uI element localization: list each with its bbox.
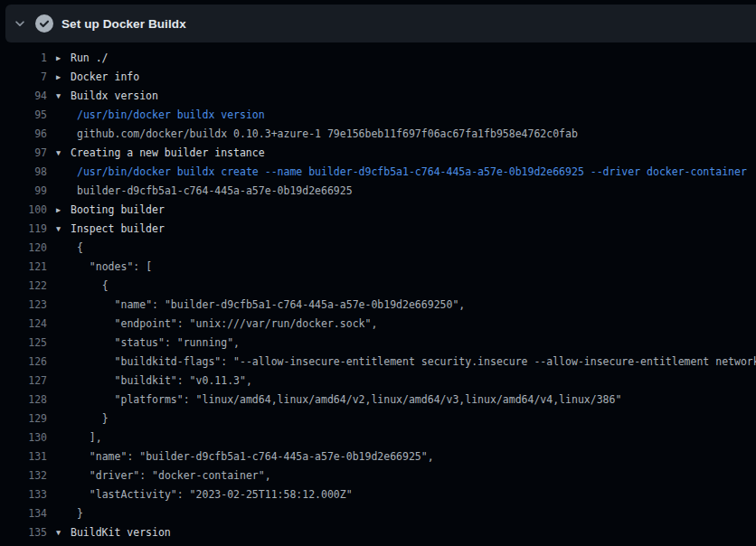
arrow-spacer <box>56 447 71 466</box>
arrow-spacer <box>56 504 71 523</box>
log-row: 131 "name": "builder-d9cfb5a1-c764-445a-… <box>0 447 756 466</box>
log-line-number[interactable]: 133 <box>0 485 47 504</box>
log-line-number[interactable]: 132 <box>0 466 47 485</box>
log-line-number[interactable]: 95 <box>0 106 47 125</box>
log-row: 121 "nodes": [ <box>0 258 756 277</box>
log-row: 125 "status": "running", <box>0 334 756 353</box>
log-line-number[interactable]: 98 <box>0 163 47 182</box>
log-line-number[interactable]: 127 <box>0 372 47 391</box>
group-expanded-icon[interactable]: ▼ <box>56 144 71 163</box>
log-row: 126 "buildkitd-flags": "--allow-insecure… <box>0 353 756 372</box>
log-line-number[interactable]: 7 <box>0 68 47 87</box>
log-row: 128 "platforms": "linux/amd64,linux/amd6… <box>0 391 756 410</box>
log-line-text: } <box>71 504 756 523</box>
group-collapsed-icon[interactable]: ▶ <box>56 68 71 87</box>
log-line-number[interactable]: 97 <box>0 144 47 163</box>
arrow-spacer <box>56 372 71 391</box>
arrow-spacer <box>56 315 71 334</box>
log-row: 122 { <box>0 277 756 296</box>
log-line-number[interactable]: 100 <box>0 201 47 220</box>
log-line-number[interactable]: 129 <box>0 410 47 428</box>
group-expanded-icon[interactable]: ▼ <box>56 523 71 542</box>
log-line-number[interactable]: 99 <box>0 182 47 201</box>
arrow-spacer <box>56 410 71 428</box>
log-group-row[interactable]: 135▼BuildKit version <box>0 523 756 542</box>
log-row: 127 "buildkit": "v0.11.3", <box>0 372 756 391</box>
arrow-spacer <box>56 334 71 353</box>
log-line-text: Inspect builder <box>71 220 756 239</box>
log-group-row[interactable]: 119▼Inspect builder <box>0 220 756 239</box>
step-title: Set up Docker Buildx <box>61 17 186 31</box>
log-row: 124 "endpoint": "unix:///var/run/docker.… <box>0 315 756 334</box>
log-line-text: "endpoint": "unix:///var/run/docker.sock… <box>71 315 756 334</box>
log-row: 99builder-d9cfb5a1-c764-445a-a57e-0b19d2… <box>0 182 756 201</box>
log-line-number[interactable]: 124 <box>0 315 47 334</box>
log-line-number[interactable]: 126 <box>0 353 47 372</box>
arrow-spacer <box>56 296 71 315</box>
log-row: 120{ <box>0 239 756 258</box>
log-line-number[interactable]: 121 <box>0 258 47 277</box>
log-row: 123 "name": "builder-d9cfb5a1-c764-445a-… <box>0 296 756 315</box>
log-line-number[interactable]: 122 <box>0 277 47 296</box>
log-line-text: Run ./ <box>71 49 756 68</box>
log-lines: 1▶Run ./7▶Docker info94▼Buildx version95… <box>0 42 756 546</box>
log-line-text: "name": "builder-d9cfb5a1-c764-445a-a57e… <box>71 447 756 466</box>
log-line-number[interactable]: 120 <box>0 239 47 258</box>
group-expanded-icon[interactable]: ▼ <box>56 220 71 239</box>
arrow-spacer <box>56 182 71 201</box>
log-line-text: Booting builder <box>71 201 756 220</box>
log-line-number[interactable]: 131 <box>0 447 47 466</box>
log-line-text: /usr/bin/docker buildx version <box>71 106 756 125</box>
arrow-spacer <box>56 353 71 372</box>
log-line-number[interactable]: 94 <box>0 87 47 106</box>
group-expanded-icon[interactable]: ▼ <box>56 87 71 106</box>
arrow-spacer <box>56 125 71 144</box>
group-collapsed-icon[interactable]: ▶ <box>56 201 71 220</box>
log-line-text: "platforms": "linux/amd64,linux/amd64/v2… <box>71 391 756 410</box>
log-row: 129 } <box>0 410 756 428</box>
log-line-number[interactable]: 125 <box>0 334 47 353</box>
arrow-spacer <box>56 428 71 447</box>
arrow-spacer <box>56 485 71 504</box>
log-line-number[interactable]: 136 <box>0 542 47 546</box>
log-line-number[interactable]: 1 <box>0 49 47 68</box>
log-group-row[interactable]: 100▶Booting builder <box>0 201 756 220</box>
log-line-number[interactable]: 135 <box>0 523 47 542</box>
log-group-row[interactable]: 1▶Run ./ <box>0 49 756 68</box>
log-line-text: github.com/docker/buildx 0.10.3+azure-1 … <box>71 125 756 144</box>
log-line-number[interactable]: 96 <box>0 125 47 144</box>
arrow-spacer <box>56 239 71 258</box>
log-line-text: ], <box>71 428 756 447</box>
log-line-text: "driver": "docker-container", <box>71 466 756 485</box>
log-row: 132 "driver": "docker-container", <box>0 466 756 485</box>
log-line-text: } <box>71 410 756 428</box>
log-group-row[interactable]: 94▼Buildx version <box>0 87 756 106</box>
log-line-number[interactable]: 134 <box>0 504 47 523</box>
step-header[interactable]: Set up Docker Buildx <box>5 5 756 42</box>
log-line-text: BuildKit version <box>71 523 756 542</box>
log-line-text: /usr/bin/docker buildx create --name bui… <box>71 163 756 182</box>
log-line-text: { <box>71 239 756 258</box>
arrow-spacer <box>56 277 71 296</box>
log-row: 95/usr/bin/docker buildx version <box>0 106 756 125</box>
log-group-row[interactable]: 97▼Creating a new builder instance <box>0 144 756 163</box>
log-row: 98/usr/bin/docker buildx create --name b… <box>0 163 756 182</box>
log-row: 96github.com/docker/buildx 0.10.3+azure-… <box>0 125 756 144</box>
log-line-number[interactable]: 128 <box>0 391 47 410</box>
log-group-row[interactable]: 7▶Docker info <box>0 68 756 87</box>
chevron-down-icon[interactable] <box>13 16 27 31</box>
log-row: 133 "lastActivity": "2023-02-25T11:58:12… <box>0 485 756 504</box>
log-line-number[interactable]: 119 <box>0 220 47 239</box>
arrow-spacer <box>56 258 71 277</box>
log-line-text: "status": "running", <box>71 334 756 353</box>
log-line-text: Buildx version <box>71 87 756 106</box>
arrow-spacer <box>56 466 71 485</box>
check-circle-icon <box>35 14 53 33</box>
group-collapsed-icon[interactable]: ▶ <box>56 49 71 68</box>
log-line-number[interactable]: 123 <box>0 296 47 315</box>
log-line-text: builder-d9cfb5a1-c764-445a-a57e-0b19d2e6… <box>71 182 756 201</box>
log-line-number[interactable]: 130 <box>0 428 47 447</box>
log-row: 134} <box>0 504 756 523</box>
log-line-text: "name": "builder-d9cfb5a1-c764-445a-a57e… <box>71 296 756 315</box>
log-line-text: "buildkitd-flags": "--allow-insecure-ent… <box>71 353 756 372</box>
